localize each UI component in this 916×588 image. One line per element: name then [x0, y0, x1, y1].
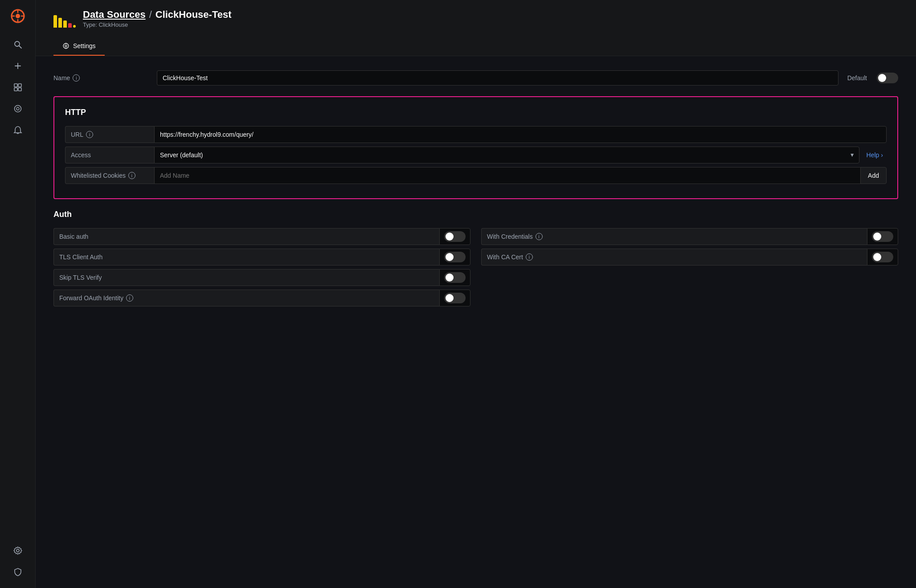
default-label: Default [847, 74, 867, 82]
svg-point-16 [16, 107, 19, 110]
access-select-wrapper: Server (default) Browser ▼ [154, 147, 859, 163]
access-row: Access Server (default) Browser ▼ Help › [65, 147, 887, 163]
credentials-toggle-cell [867, 228, 898, 245]
header: Data Sources / ClickHouse-Test Type: Cli… [36, 0, 916, 56]
tls-auth-toggle[interactable] [444, 252, 466, 262]
http-section: HTTP URL i Access Server (default) Brows… [53, 96, 898, 199]
svg-point-15 [14, 106, 21, 112]
http-section-title: HTTP [65, 108, 887, 117]
oauth-toggle-cell [439, 290, 470, 306]
name-row: Name i Default [53, 70, 898, 86]
url-input[interactable] [154, 126, 887, 143]
ca-cert-label: With CA Cert i [481, 249, 867, 265]
credentials-toggle[interactable] [872, 231, 893, 242]
sidebar-dashboards[interactable] [9, 78, 27, 96]
datasource-name: ClickHouse-Test [155, 9, 232, 20]
ca-cert-info-icon[interactable]: i [526, 253, 533, 261]
sidebar-configuration[interactable] [9, 542, 27, 559]
auth-credentials-row: With Credentials i [481, 228, 898, 245]
ca-cert-toggle-cell [867, 249, 898, 265]
main-content: Data Sources / ClickHouse-Test Type: Cli… [36, 0, 916, 588]
svg-point-18 [65, 45, 67, 47]
cookies-row: Whitelisted Cookies i Add [65, 167, 887, 184]
bar-3 [63, 20, 67, 28]
grafana-bars-icon [53, 10, 76, 28]
bar-dot [73, 25, 76, 28]
auth-grid: Basic auth TLS Client Auth [53, 228, 898, 310]
settings-tab-icon [62, 42, 70, 49]
svg-rect-14 [18, 88, 21, 91]
sidebar-alerting[interactable] [9, 121, 27, 139]
skip-tls-toggle-cell [439, 269, 470, 286]
content: Name i Default HTTP URL i Access [36, 56, 916, 324]
basic-auth-label: Basic auth [53, 228, 439, 245]
bar-1 [53, 15, 57, 28]
tab-settings-label: Settings [73, 42, 96, 49]
bar-4 [68, 23, 72, 28]
tls-auth-label: TLS Client Auth [53, 249, 439, 265]
cookies-label: Whitelisted Cookies i [65, 167, 154, 184]
tls-auth-toggle-cell [439, 249, 470, 265]
svg-rect-13 [14, 88, 17, 91]
auth-left-col: Basic auth TLS Client Auth [53, 228, 470, 310]
skip-tls-toggle[interactable] [444, 272, 466, 283]
bar-2 [58, 18, 62, 28]
svg-point-2 [16, 14, 20, 18]
cookies-info-icon[interactable]: i [128, 172, 135, 179]
data-sources-link[interactable]: Data Sources [83, 9, 146, 20]
basic-auth-toggle-cell [439, 228, 470, 245]
tabs: Settings [53, 37, 898, 56]
auth-section-title: Auth [53, 210, 898, 219]
breadcrumb: Data Sources / ClickHouse-Test [83, 9, 232, 20]
sidebar-explore[interactable] [9, 100, 27, 118]
breadcrumb-separator: / [149, 9, 152, 20]
auth-section: Auth Basic auth [53, 210, 898, 310]
name-input[interactable] [157, 70, 838, 86]
svg-rect-11 [14, 84, 17, 87]
auth-right-col: With Credentials i With CA Cert i [481, 228, 898, 310]
tab-settings[interactable]: Settings [53, 37, 105, 56]
auth-tls-row: TLS Client Auth [53, 249, 470, 265]
oauth-label: Forward OAuth Identity i [53, 290, 439, 306]
oauth-toggle[interactable] [444, 293, 466, 303]
help-button[interactable]: Help › [863, 151, 887, 159]
auth-ca-cert-row: With CA Cert i [481, 249, 898, 265]
skip-tls-label: Skip TLS Verify [53, 269, 439, 286]
grafana-logo[interactable] [9, 7, 27, 25]
oauth-info-icon[interactable]: i [126, 294, 133, 302]
svg-line-8 [19, 46, 21, 48]
url-info-icon[interactable]: i [86, 131, 93, 138]
auth-skip-tls-row: Skip TLS Verify [53, 269, 470, 286]
access-label: Access [65, 147, 154, 163]
url-row: URL i [65, 126, 887, 143]
svg-point-7 [15, 41, 20, 46]
auth-basic-auth-row: Basic auth [53, 228, 470, 245]
basic-auth-toggle[interactable] [444, 231, 466, 242]
credentials-info-icon[interactable]: i [536, 233, 543, 240]
header-top: Data Sources / ClickHouse-Test Type: Cli… [53, 9, 898, 37]
sidebar-search[interactable] [9, 36, 27, 53]
header-title-group: Data Sources / ClickHouse-Test Type: Cli… [83, 9, 232, 28]
url-label: URL i [65, 126, 154, 143]
svg-rect-12 [18, 84, 21, 87]
cookies-input[interactable] [154, 167, 860, 184]
name-info-icon[interactable]: i [73, 74, 80, 82]
sidebar [0, 0, 36, 588]
datasource-type: Type: ClickHouse [83, 21, 232, 28]
svg-point-17 [16, 549, 19, 552]
sidebar-add[interactable] [9, 57, 27, 75]
credentials-label: With Credentials i [481, 228, 867, 245]
name-field-label: Name i [53, 74, 151, 82]
auth-oauth-row: Forward OAuth Identity i [53, 290, 470, 306]
cookies-add-button[interactable]: Add [860, 167, 887, 184]
ca-cert-toggle[interactable] [872, 252, 893, 262]
default-toggle[interactable] [877, 73, 898, 83]
access-select[interactable]: Server (default) Browser [154, 147, 859, 163]
sidebar-security[interactable] [9, 563, 27, 581]
